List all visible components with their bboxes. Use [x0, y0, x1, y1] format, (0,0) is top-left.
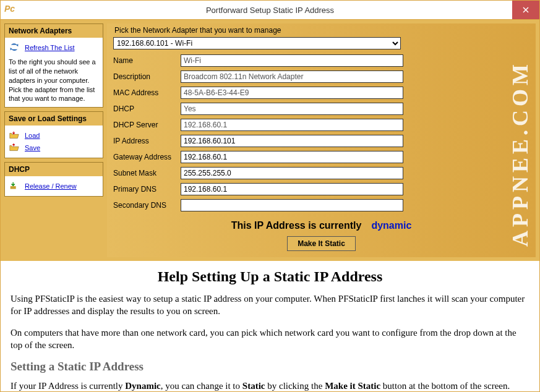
dns2-field[interactable] — [181, 199, 403, 211]
folder-save-icon — [9, 143, 20, 153]
release-renew-icon — [9, 181, 20, 191]
help-subheading: Setting a Static IP Address — [11, 360, 529, 373]
save-load-header: Save or Load Settings — [5, 112, 103, 126]
refresh-icon — [9, 43, 20, 53]
ip-status-value: dynamic — [371, 220, 411, 231]
refresh-list-link[interactable]: Refresh The List — [25, 43, 75, 53]
window-title: Portforward Setup Static IP Address — [1, 6, 539, 15]
help-content-area[interactable]: Help Setting Up a Static IP Address Usin… — [1, 261, 539, 391]
dhcp-panel: DHCP Release / Renew — [4, 162, 103, 197]
help-static-p1: If your IP Address is currently Dynamic,… — [11, 380, 529, 391]
dns1-field[interactable] — [181, 183, 403, 195]
adapters-help-text: To the right you should see a list of al… — [9, 58, 99, 103]
mac-field — [181, 87, 403, 99]
main-panel: APPNEE.COM Pick the Network Adapter that… — [107, 23, 536, 257]
close-button[interactable] — [512, 1, 539, 19]
dhcp-server-field — [181, 119, 403, 131]
name-label: Name — [113, 56, 178, 65]
dhcp-label: DHCP — [113, 104, 178, 113]
network-adapters-panel: Network Adapters Refresh The List To the… — [4, 23, 103, 108]
dns2-label: Secondary DNS — [113, 201, 178, 210]
help-intro-2: On computers that have more than one net… — [11, 326, 529, 352]
ip-label: IP Address — [113, 137, 178, 145]
svg-rect-0 — [11, 186, 16, 189]
dhcp-field — [181, 103, 403, 115]
folder-open-icon — [9, 130, 20, 140]
dhcp-server-label: DHCP Server — [113, 121, 178, 129]
dhcp-header: DHCP — [5, 163, 103, 176]
dns1-label: Primary DNS — [113, 185, 178, 194]
network-adapters-header: Network Adapters — [5, 24, 103, 38]
description-label: Description — [113, 72, 178, 81]
ip-status-line: This IP Address is currentlydynamic — [113, 220, 529, 231]
help-intro-1: Using PFStaticIP is the easiest way to s… — [11, 292, 529, 318]
ip-field[interactable] — [181, 135, 403, 147]
make-static-button[interactable]: Make It Static — [287, 236, 356, 251]
app-logo-icon: Pc — [4, 4, 17, 16]
description-field — [181, 70, 403, 83]
load-link[interactable]: Load — [25, 131, 40, 140]
titlebar: Pc Portforward Setup Static IP Address — [1, 1, 539, 20]
release-renew-link[interactable]: Release / Renew — [25, 182, 77, 191]
save-load-panel: Save or Load Settings Load Save — [4, 111, 103, 158]
save-link[interactable]: Save — [25, 143, 40, 153]
close-icon — [523, 7, 529, 13]
adapter-select[interactable]: 192.168.60.101 - Wi-Fi — [113, 37, 401, 49]
subnet-field[interactable] — [181, 167, 403, 179]
subnet-label: Subnet Mask — [113, 169, 178, 177]
gateway-label: Gateway Address — [113, 153, 178, 161]
help-title: Help Setting Up a Static IP Address — [11, 268, 529, 285]
pick-adapter-label: Pick the Network Adapter that you want t… — [114, 26, 529, 35]
gateway-field[interactable] — [181, 151, 403, 163]
mac-label: MAC Address — [113, 88, 178, 97]
name-field — [181, 54, 403, 67]
